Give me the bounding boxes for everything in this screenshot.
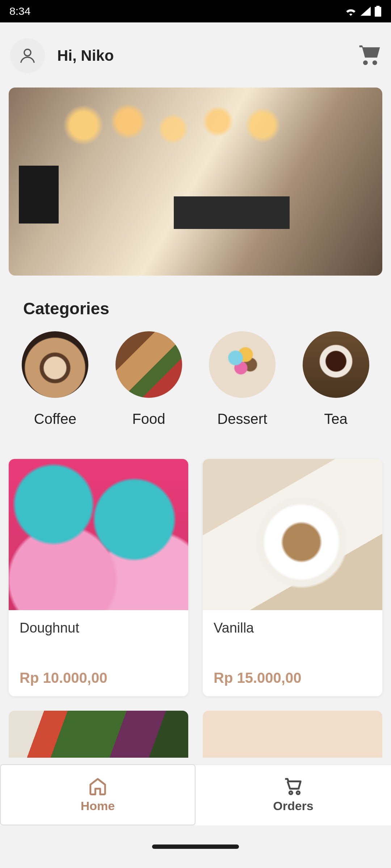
category-label: Tea: [324, 411, 348, 427]
category-label: Food: [132, 411, 165, 427]
gesture-bar[interactable]: [152, 844, 239, 849]
product-price: Rp 15.000,00: [214, 670, 371, 686]
category-image: [115, 331, 182, 398]
user-icon: [18, 46, 37, 65]
gesture-area: [0, 825, 391, 868]
nav-label: Home: [81, 799, 115, 813]
category-food[interactable]: Food: [104, 331, 193, 427]
category-coffee[interactable]: Coffee: [11, 331, 100, 427]
wifi-icon: [345, 7, 357, 16]
home-icon: [88, 777, 108, 795]
battery-icon: [374, 6, 382, 17]
product-image: [203, 459, 382, 610]
hero-banner[interactable]: [9, 88, 382, 276]
nav-orders[interactable]: Orders: [196, 765, 391, 825]
product-name: Doughnut: [20, 620, 177, 636]
svg-point-2: [297, 791, 299, 794]
cart-outline-icon: [283, 777, 303, 795]
cart-icon: [358, 45, 381, 66]
product-name: Vanilla: [214, 620, 371, 636]
svg-point-1: [289, 791, 292, 794]
signal-icon: [361, 7, 371, 16]
status-indicators: [345, 6, 382, 17]
category-dessert[interactable]: Dessert: [198, 331, 287, 427]
greeting-text: Hi, Niko: [57, 47, 358, 64]
nav-home[interactable]: Home: [0, 765, 196, 825]
product-price: Rp 10.000,00: [20, 670, 177, 686]
nav-label: Orders: [273, 799, 314, 813]
status-bar: 8:34: [0, 0, 391, 22]
categories-row: Coffee Food Dessert Tea: [9, 331, 382, 427]
svg-point-0: [24, 49, 31, 56]
category-image: [22, 331, 88, 398]
header: Hi, Niko: [9, 22, 382, 88]
product-grid: Doughnut Rp 10.000,00 Vanilla Rp 15.000,…: [9, 459, 382, 696]
category-image: [209, 331, 276, 398]
category-label: Coffee: [34, 411, 76, 427]
category-label: Dessert: [217, 411, 267, 427]
product-image: [9, 459, 188, 610]
status-time: 8:34: [9, 5, 30, 17]
product-card[interactable]: Vanilla Rp 15.000,00: [203, 459, 382, 696]
category-image: [303, 331, 369, 398]
categories-title: Categories: [23, 299, 382, 318]
product-card-partial[interactable]: [203, 711, 382, 758]
cart-button[interactable]: [358, 45, 381, 66]
product-card-partial[interactable]: [9, 711, 188, 758]
profile-avatar[interactable]: [10, 38, 45, 73]
product-card[interactable]: Doughnut Rp 10.000,00: [9, 459, 188, 696]
bottom-nav: Home Orders: [0, 765, 391, 825]
product-grid-partial: [9, 711, 382, 758]
category-tea[interactable]: Tea: [291, 331, 380, 427]
